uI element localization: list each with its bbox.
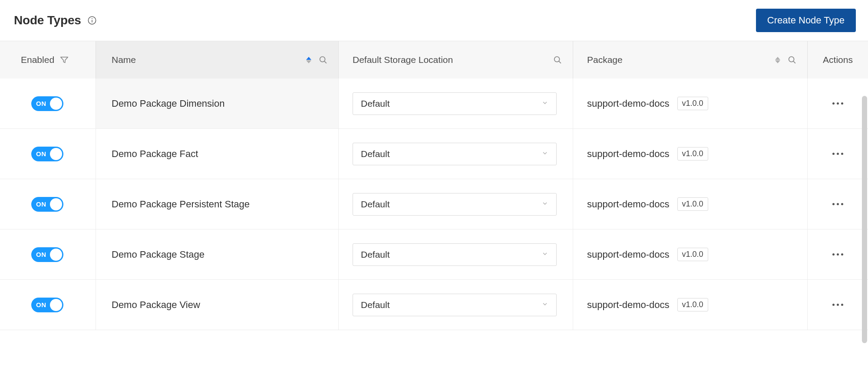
row-actions-menu[interactable] bbox=[828, 249, 848, 260]
node-type-name: Demo Package Stage bbox=[112, 249, 205, 260]
sort-icon[interactable] bbox=[775, 57, 780, 63]
toggle-knob bbox=[50, 249, 62, 261]
storage-location-value: Default bbox=[361, 199, 390, 210]
row-actions-menu[interactable] bbox=[828, 148, 848, 159]
svg-line-8 bbox=[793, 61, 795, 63]
chevron-down-icon bbox=[541, 200, 548, 209]
scrollbar[interactable] bbox=[862, 96, 867, 343]
col-package-label: Package bbox=[587, 55, 623, 65]
storage-location-select[interactable]: Default bbox=[353, 143, 557, 165]
version-badge: v1.0.0 bbox=[677, 147, 708, 161]
storage-location-select[interactable]: Default bbox=[353, 92, 557, 115]
info-icon[interactable] bbox=[87, 16, 97, 25]
enabled-toggle[interactable]: ON bbox=[31, 96, 63, 111]
col-enabled-label: Enabled bbox=[21, 55, 54, 65]
chevron-down-icon bbox=[541, 99, 548, 108]
table-row: ON Demo Package Stage Default support-de… bbox=[0, 229, 868, 280]
storage-location-select[interactable]: Default bbox=[353, 294, 557, 316]
storage-location-value: Default bbox=[361, 300, 390, 310]
toggle-on-label: ON bbox=[36, 100, 46, 107]
row-actions-menu[interactable] bbox=[828, 199, 848, 210]
toggle-knob bbox=[50, 299, 62, 311]
col-storage-label: Default Storage Location bbox=[353, 55, 453, 65]
version-badge: v1.0.0 bbox=[677, 97, 708, 110]
col-name-label: Name bbox=[112, 55, 136, 65]
node-type-name: Demo Package Fact bbox=[112, 148, 198, 160]
node-type-name: Demo Package View bbox=[112, 299, 200, 311]
storage-location-value: Default bbox=[361, 249, 390, 260]
enabled-toggle[interactable]: ON bbox=[31, 147, 63, 161]
package-name: support-demo-docs bbox=[587, 148, 670, 160]
svg-point-7 bbox=[789, 57, 794, 62]
enabled-toggle[interactable]: ON bbox=[31, 247, 63, 262]
toggle-knob bbox=[50, 98, 62, 110]
version-badge: v1.0.0 bbox=[677, 298, 708, 311]
package-name: support-demo-docs bbox=[587, 98, 670, 109]
toggle-on-label: ON bbox=[36, 150, 46, 157]
svg-point-5 bbox=[554, 57, 560, 62]
toggle-on-label: ON bbox=[36, 251, 46, 258]
toggle-knob bbox=[50, 148, 62, 160]
storage-location-value: Default bbox=[361, 149, 390, 159]
search-icon[interactable] bbox=[318, 55, 328, 65]
search-icon[interactable] bbox=[787, 55, 797, 65]
version-badge: v1.0.0 bbox=[677, 197, 708, 211]
toggle-on-label: ON bbox=[36, 301, 46, 308]
table-row: ON Demo Package View Default support-dem… bbox=[0, 280, 868, 330]
storage-location-select[interactable]: Default bbox=[353, 243, 557, 266]
filter-icon[interactable] bbox=[59, 55, 69, 65]
storage-location-select[interactable]: Default bbox=[353, 193, 557, 216]
chevron-down-icon bbox=[541, 301, 548, 309]
svg-point-3 bbox=[320, 57, 325, 62]
table-header-row: Enabled Name Default Storage Location bbox=[0, 41, 868, 79]
chevron-down-icon bbox=[541, 250, 548, 259]
enabled-toggle[interactable]: ON bbox=[31, 298, 63, 312]
package-name: support-demo-docs bbox=[587, 199, 670, 210]
row-actions-menu[interactable] bbox=[828, 299, 848, 310]
version-badge: v1.0.0 bbox=[677, 248, 708, 261]
node-type-name: Demo Package Dimension bbox=[112, 98, 224, 109]
package-name: support-demo-docs bbox=[587, 249, 670, 260]
page-title: Node Types bbox=[14, 13, 81, 27]
svg-point-2 bbox=[92, 18, 92, 19]
chevron-down-icon bbox=[541, 150, 548, 158]
table-row: ON Demo Package Fact Default support-dem… bbox=[0, 129, 868, 179]
search-icon[interactable] bbox=[553, 55, 562, 65]
svg-line-4 bbox=[324, 61, 327, 63]
table-row: ON Demo Package Dimension Default suppor… bbox=[0, 79, 868, 129]
svg-line-6 bbox=[559, 61, 561, 63]
row-actions-menu[interactable] bbox=[828, 98, 848, 109]
create-node-type-button[interactable]: Create Node Type bbox=[756, 9, 856, 32]
toggle-knob bbox=[50, 198, 62, 210]
toggle-on-label: ON bbox=[36, 200, 46, 208]
storage-location-value: Default bbox=[361, 98, 390, 109]
sort-icon[interactable] bbox=[306, 57, 311, 63]
package-name: support-demo-docs bbox=[587, 299, 670, 311]
node-type-name: Demo Package Persistent Stage bbox=[112, 199, 250, 210]
node-types-table: Enabled Name Default Storage Location bbox=[0, 41, 868, 330]
table-row: ON Demo Package Persistent Stage Default… bbox=[0, 179, 868, 229]
col-actions-label: Actions bbox=[823, 55, 853, 65]
enabled-toggle[interactable]: ON bbox=[31, 197, 63, 212]
